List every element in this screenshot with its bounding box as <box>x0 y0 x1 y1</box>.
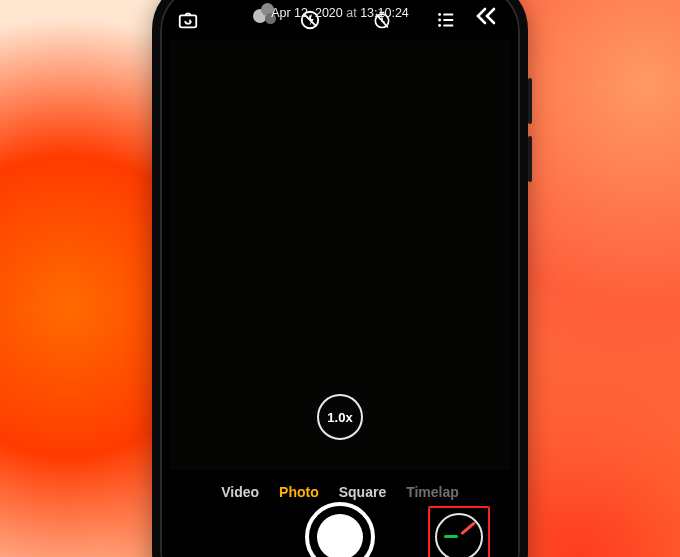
camera-top-bar <box>170 4 510 36</box>
zoom-button[interactable]: 1.0x <box>317 394 363 440</box>
settings-dial-button[interactable] <box>435 513 483 557</box>
shutter-button[interactable] <box>305 502 375 557</box>
mode-video[interactable]: Video <box>221 484 259 500</box>
mode-timelapse[interactable]: Timelap <box>406 484 459 500</box>
mode-photo[interactable]: Photo <box>279 484 319 500</box>
svg-line-2 <box>304 14 317 27</box>
collapse-button[interactable] <box>474 6 498 26</box>
svg-point-5 <box>438 13 441 16</box>
menu-button[interactable] <box>428 9 464 31</box>
timer-button[interactable] <box>364 10 400 30</box>
settings-dial-highlight <box>428 506 490 557</box>
svg-point-9 <box>438 24 441 27</box>
svg-rect-8 <box>443 19 453 21</box>
mode-square[interactable]: Square <box>339 484 386 500</box>
flash-off-button[interactable] <box>292 9 328 31</box>
phone-frame: Apr 12, 2020 at 13:10:24 1.0x Video Phot… <box>152 0 528 557</box>
mode-selector[interactable]: Video Photo Square Timelap <box>170 484 510 500</box>
svg-rect-0 <box>180 15 197 27</box>
svg-rect-6 <box>443 14 453 16</box>
svg-rect-10 <box>443 25 453 27</box>
volume-up-button <box>528 78 532 124</box>
bottom-controls <box>170 502 510 557</box>
flip-camera-button[interactable] <box>170 9 206 31</box>
zoom-level-label: 1.0x <box>327 410 352 425</box>
svg-point-7 <box>438 19 441 22</box>
volume-down-button <box>528 136 532 182</box>
phone-screen: Apr 12, 2020 at 13:10:24 1.0x Video Phot… <box>170 0 510 557</box>
